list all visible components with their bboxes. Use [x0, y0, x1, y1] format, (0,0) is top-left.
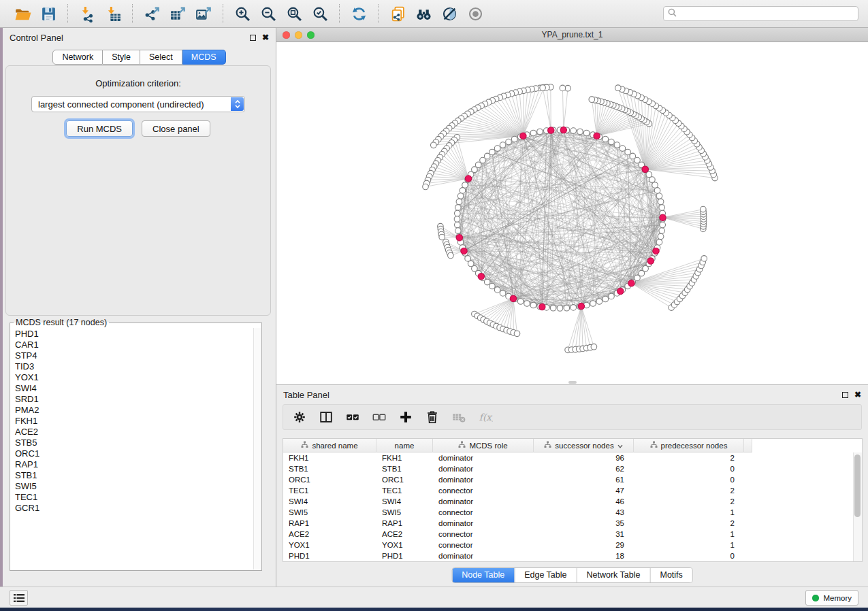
deselect-all-icon[interactable]: [371, 409, 387, 425]
zoom-in-icon[interactable]: [232, 3, 253, 24]
graph-node[interactable]: [630, 153, 636, 159]
graph-node[interactable]: [656, 193, 662, 199]
export-table-icon[interactable]: [167, 3, 188, 24]
run-mcds-button[interactable]: Run MCDS: [66, 120, 133, 137]
search-box[interactable]: [663, 6, 858, 21]
graph-node[interactable]: [589, 97, 595, 103]
mcds-hub-node[interactable]: [653, 248, 659, 254]
graph-node[interactable]: [514, 331, 520, 337]
column-header-successor-nodes[interactable]: successor nodes: [534, 439, 634, 452]
table-row[interactable]: ORC1ORC1dominator610: [283, 474, 862, 485]
graph-node[interactable]: [659, 205, 665, 211]
settings-icon[interactable]: [291, 409, 308, 425]
graph-node[interactable]: [431, 142, 437, 148]
graph-node[interactable]: [460, 188, 466, 194]
first-neighbors-icon[interactable]: [413, 3, 434, 24]
table-row[interactable]: RAP1RAP1dominator352: [283, 518, 862, 529]
mcds-hub-node[interactable]: [456, 235, 462, 241]
graph-node[interactable]: [652, 182, 658, 188]
graph-node[interactable]: [602, 136, 609, 142]
tab-motifs[interactable]: Motifs: [649, 568, 692, 582]
table-scrollbar[interactable]: [853, 452, 862, 561]
mcds-hub-node[interactable]: [642, 166, 648, 172]
mcds-hub-node[interactable]: [465, 176, 471, 182]
graph-node[interactable]: [455, 210, 461, 216]
mcds-hub-node[interactable]: [594, 133, 600, 139]
graph-node[interactable]: [614, 142, 620, 148]
graph-node[interactable]: [524, 301, 530, 307]
export-image-icon[interactable]: [193, 3, 214, 24]
mcds-node-item[interactable]: YOX1: [11, 372, 253, 383]
graph-node[interactable]: [500, 142, 506, 148]
table-row[interactable]: ACE2ACE2connector311: [283, 529, 862, 540]
criterion-select[interactable]: largest connected component (undirected): [31, 96, 245, 112]
tab-mcds[interactable]: MCDS: [182, 50, 226, 65]
mcds-hub-node[interactable]: [461, 248, 467, 254]
graph-node[interactable]: [517, 299, 524, 305]
column-header-predecessor-nodes[interactable]: predecessor nodes: [634, 439, 744, 452]
graph-node[interactable]: [602, 296, 609, 302]
graph-node[interactable]: [506, 139, 512, 145]
memory-button[interactable]: Memory: [805, 590, 858, 606]
mcds-node-item[interactable]: SWI4: [11, 383, 253, 394]
graph-node[interactable]: [494, 146, 500, 152]
save-session-icon[interactable]: [38, 3, 59, 24]
graph-node[interactable]: [457, 193, 464, 199]
graph-node[interactable]: [591, 344, 597, 350]
graph-node[interactable]: [455, 222, 461, 228]
graph-node[interactable]: [570, 305, 577, 311]
column-header-shared-name[interactable]: shared name: [283, 439, 376, 452]
graph-node[interactable]: [577, 129, 583, 135]
graph-node[interactable]: [625, 149, 631, 155]
export-network-icon[interactable]: [142, 3, 162, 24]
mcds-hub-node[interactable]: [617, 288, 624, 294]
graph-node[interactable]: [423, 184, 429, 190]
tab-select[interactable]: Select: [140, 50, 182, 65]
graph-node[interactable]: [609, 139, 615, 145]
table-row[interactable]: STB1STB1dominator620: [283, 463, 862, 474]
zoom-out-icon[interactable]: [258, 3, 278, 24]
panel-menu-button[interactable]: [10, 590, 28, 606]
graph-node[interactable]: [660, 222, 666, 228]
open-file-icon[interactable]: [12, 3, 33, 24]
table-row[interactable]: SWI5SWI5connector431: [283, 507, 862, 518]
mcds-hub-node[interactable]: [560, 127, 566, 133]
delete-column-icon[interactable]: [424, 409, 440, 425]
mcds-hub-node[interactable]: [647, 258, 654, 264]
import-table-icon[interactable]: [103, 3, 123, 24]
table-row[interactable]: SWI4SWI4dominator462: [283, 496, 862, 507]
mcds-node-item[interactable]: STB1: [11, 470, 253, 481]
mcds-node-item[interactable]: RAP1: [11, 459, 253, 470]
search-input[interactable]: [677, 7, 854, 20]
graph-node[interactable]: [455, 205, 462, 211]
mcds-hub-node[interactable]: [478, 274, 484, 280]
graph-node[interactable]: [701, 206, 707, 212]
table-row[interactable]: PHD1PHD1dominator180: [283, 550, 862, 561]
graph-node[interactable]: [489, 149, 496, 155]
mcds-hub-node[interactable]: [578, 303, 584, 309]
mcds-node-item[interactable]: STB5: [11, 437, 253, 448]
mcds-hub-node[interactable]: [539, 303, 545, 310]
graph-node[interactable]: [454, 216, 460, 222]
graph-node[interactable]: [654, 188, 660, 194]
mcds-node-item[interactable]: ACE2: [11, 427, 253, 437]
graph-node[interactable]: [659, 228, 665, 234]
column-header-MCDS-role[interactable]: MCDS role: [433, 439, 534, 452]
mcds-node-item[interactable]: TID3: [11, 361, 253, 372]
mcds-node-item[interactable]: CAR1: [11, 340, 253, 350]
graph-node[interactable]: [500, 291, 506, 297]
graph-node[interactable]: [656, 240, 662, 246]
graph-node[interactable]: [634, 275, 641, 281]
import-network-icon[interactable]: [77, 3, 97, 24]
graph-node[interactable]: [609, 293, 615, 299]
graph-node[interactable]: [484, 153, 490, 159]
close-panel-icon[interactable]: ✖: [854, 391, 861, 398]
zoom-selected-icon[interactable]: [310, 3, 330, 24]
graph-node[interactable]: [596, 299, 602, 305]
mcds-hub-node[interactable]: [628, 280, 634, 286]
mcds-node-item[interactable]: ORC1: [11, 448, 253, 459]
show-all-icon[interactable]: [465, 3, 485, 24]
mcds-list-scrollbar[interactable]: [253, 328, 261, 569]
tab-node-table[interactable]: Node Table: [452, 568, 514, 582]
graph-node[interactable]: [480, 157, 486, 163]
